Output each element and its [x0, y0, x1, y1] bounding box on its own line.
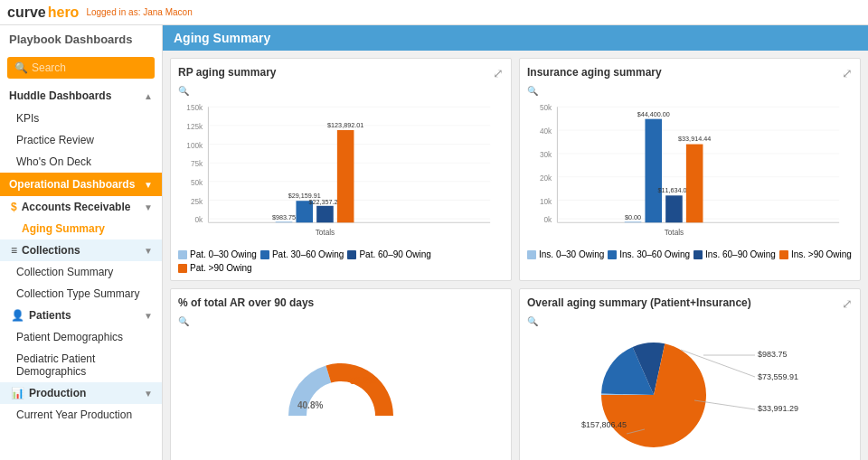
sidebar-item-pediatric-demographics[interactable]: Pediatric Patient Demographics [0, 348, 162, 382]
legend-item: Pat. 60–90 Owing [347, 249, 431, 259]
legend-item: Ins. 30–60 Owing [608, 249, 690, 259]
dollar-icon: $ [11, 201, 17, 213]
svg-text:59.2%: 59.2% [350, 376, 375, 386]
svg-rect-43 [665, 195, 683, 222]
overall-aging-title: Overall aging summary (Patient+Insurance… [527, 296, 853, 309]
rp-bar-chart: 150k 125k 100k 75k 50k 25k 0k [178, 99, 504, 244]
sidebar-production[interactable]: 📊 Production ▼ [0, 382, 162, 404]
legend-item: Ins. >90 Owing [779, 249, 852, 259]
svg-text:$983.75: $983.75 [272, 213, 296, 221]
sidebar-item-patient-demographics[interactable]: Patient Demographics [0, 326, 162, 348]
svg-text:0k: 0k [195, 216, 204, 224]
huddle-label: Huddle Dashboards [9, 89, 111, 102]
operational-label: Operational Dashboards [9, 178, 135, 191]
sidebar-item-practice-review[interactable]: Practice Review [0, 129, 162, 151]
svg-text:Totals: Totals [316, 229, 335, 237]
page-header: Aging Summary [163, 25, 868, 51]
search-input[interactable] [32, 61, 163, 74]
sidebar-item-whos-on-deck[interactable]: Who's On Deck [0, 151, 162, 173]
search-icon: 🔍 [14, 61, 28, 74]
sidebar-item-kpis[interactable]: KPIs [0, 108, 162, 129]
insurance-zoom-icon[interactable]: 🔍 [527, 86, 538, 96]
svg-text:50k: 50k [191, 179, 203, 187]
svg-text:40.8%: 40.8% [297, 400, 323, 410]
legend-item: Pat. >90 Owing [178, 263, 252, 273]
collections-icon: ≡ [11, 244, 17, 257]
sidebar-item-collection-summary[interactable]: Collection Summary [0, 261, 162, 283]
svg-text:30k: 30k [540, 151, 552, 159]
sidebar-item-collection-type[interactable]: Collection Type Summary [0, 283, 162, 305]
svg-text:50k: 50k [540, 104, 552, 112]
sidebar-item-current-year-production[interactable]: Current Year Production [0, 404, 162, 426]
production-label: Production [29, 387, 86, 399]
huddle-arrow-icon: ▲ [144, 91, 153, 101]
rp-expand-icon[interactable]: ⤢ [493, 66, 504, 80]
overall-zoom-icon[interactable]: 🔍 [527, 316, 538, 326]
legend-item: Pat. 0–30 Owing [178, 249, 257, 259]
production-icon: 📊 [11, 387, 24, 399]
svg-text:40k: 40k [540, 127, 552, 136]
sidebar-section-huddle[interactable]: Huddle Dashboards ▲ [0, 84, 162, 108]
svg-rect-20 [316, 206, 334, 222]
rp-aging-title: RP aging summary [178, 66, 504, 79]
svg-rect-41 [645, 119, 662, 223]
svg-text:$123,892.01: $123,892.01 [327, 121, 363, 129]
charts-grid: ⤢ RP aging summary 🔍 150k 125k 100k 75k … [163, 51, 868, 460]
svg-text:$33,991.29: $33,991.29 [758, 404, 798, 413]
sidebar: Playbook Dashboards 🔍 ✕ Huddle Dashboard… [0, 25, 163, 460]
donut-chart-container: 40.8% 59.2% [178, 330, 504, 456]
pie-chart-container: $983.75 $73,559.91 $33,991.29 $157,806.4… [527, 330, 853, 456]
svg-text:0k: 0k [544, 216, 553, 224]
sidebar-patients[interactable]: 👤 Patients ▼ [0, 305, 162, 326]
operational-arrow-icon: ▼ [144, 180, 153, 190]
svg-text:150k: 150k [186, 104, 203, 112]
svg-rect-22 [337, 130, 354, 222]
svg-rect-16 [276, 221, 293, 222]
total-ar-chart: % of total AR over 90 days 🔍 [170, 288, 512, 460]
collections-label: Collections [22, 244, 80, 257]
sidebar-accounts-receivable[interactable]: $ Accounts Receivable ▼ [0, 196, 162, 218]
sidebar-section-operational[interactable]: Operational Dashboards ▼ [0, 173, 162, 196]
search-box[interactable]: 🔍 ✕ [7, 57, 155, 79]
total-ar-title: % of total AR over 90 days [178, 296, 504, 309]
collections-arrow-icon: ▼ [144, 246, 153, 256]
insurance-aging-title: Insurance aging summary [527, 66, 853, 79]
insurance-bar-svg: 50k 40k 30k 20k 10k 0k [527, 99, 853, 244]
svg-text:$11,634.00: $11,634.00 [657, 186, 690, 194]
sidebar-item-aging-summary[interactable]: Aging Summary [0, 218, 162, 239]
accounts-arrow-icon: ▼ [144, 202, 153, 212]
logged-in-info: Logged in as: Jana Macon [86, 7, 192, 17]
insurance-bar-chart: 50k 40k 30k 20k 10k 0k [527, 99, 853, 244]
svg-text:100k: 100k [186, 142, 203, 150]
insurance-aging-chart: ⤢ Insurance aging summary 🔍 50k 40k 30k … [519, 58, 861, 281]
svg-text:$44,400.00: $44,400.00 [637, 110, 670, 118]
top-bar: curvehero Logged in as: Jana Macon [0, 0, 868, 25]
svg-text:75k: 75k [191, 160, 203, 168]
rp-zoom-icon[interactable]: 🔍 [178, 86, 189, 96]
svg-text:125k: 125k [186, 123, 203, 131]
production-arrow-icon: ▼ [144, 389, 153, 399]
patients-label: Patients [29, 309, 71, 322]
main-content: Aging Summary ⤢ RP aging summary 🔍 150k … [163, 25, 868, 460]
svg-text:$22,357.29: $22,357.29 [308, 198, 341, 206]
total-ar-zoom-icon[interactable]: 🔍 [178, 316, 189, 326]
overall-expand-icon[interactable]: ⤢ [842, 296, 853, 311]
svg-rect-45 [686, 145, 703, 223]
logo-hero: hero [48, 5, 80, 21]
legend-item: Ins. 60–90 Owing [693, 249, 776, 259]
svg-text:$157,806.45: $157,806.45 [581, 420, 627, 429]
donut-svg: 40.8% 59.2% [259, 334, 422, 452]
legend-item: Ins. 0–30 Owing [527, 249, 604, 259]
legend-item: Pat. 30–60 Owing [260, 249, 344, 259]
accounts-receivable-label: Accounts Receivable [22, 201, 131, 213]
sidebar-collections[interactable]: ≡ Collections ▼ [0, 239, 162, 261]
overall-pie-svg: $983.75 $73,559.91 $33,991.29 $157,806.4… [554, 330, 826, 456]
rp-aging-legend: Pat. 0–30 Owing Pat. 30–60 Owing Pat. 60… [178, 249, 504, 273]
rp-aging-chart: ⤢ RP aging summary 🔍 150k 125k 100k 75k … [170, 58, 512, 281]
svg-text:$33,914.44: $33,914.44 [678, 135, 711, 143]
sidebar-title: Playbook Dashboards [0, 25, 162, 53]
overall-aging-chart: ⤢ Overall aging summary (Patient+Insuran… [519, 288, 861, 460]
insurance-aging-legend: Ins. 0–30 Owing Ins. 30–60 Owing Ins. 60… [527, 249, 853, 259]
insurance-expand-icon[interactable]: ⤢ [842, 66, 853, 80]
svg-text:10k: 10k [540, 198, 552, 206]
